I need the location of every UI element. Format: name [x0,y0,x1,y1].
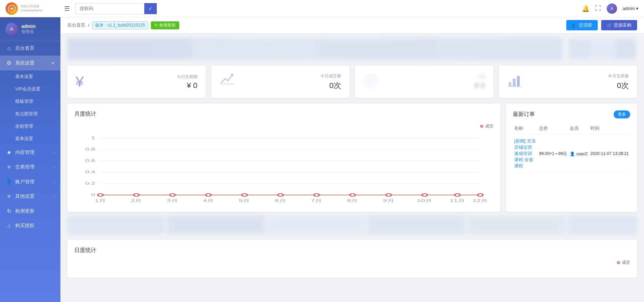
sidebar-item-update[interactable]: ↻ 检测更新 [0,204,60,218]
settings-icon: ⚙ [6,60,12,66]
fullscreen-icon[interactable]: ⛶ [595,5,601,12]
sidebar-item-vip[interactable]: VIP会员设置 [0,83,60,95]
exchange-group-button[interactable]: 👥 交流群 [566,20,598,30]
account-icon: 👤 [6,178,12,185]
menu-toggle-button[interactable]: ☰ [64,5,70,12]
sidebar-item-banner[interactable]: 焦点图管理 [0,108,60,120]
chevron-right-icon-3: › [54,180,55,184]
svg-point-24 [242,194,247,196]
month-count-label: 本月交易量 [529,73,629,79]
breadcrumb-home[interactable]: 后台首页 [67,22,85,28]
sidebar-item-account[interactable]: 👤 账户管理 › [0,174,60,189]
svg-text:①: ① [368,78,373,84]
chevron-right-icon-4: › [54,194,55,198]
svg-text:12月: 12月 [473,198,488,203]
sidebar-item-content[interactable]: ★ 内容管理 › [0,145,60,160]
svg-text:0.2: 0.2 [85,181,95,186]
sidebar-update-label: 检测更新 [15,208,35,214]
svg-rect-4 [509,82,511,86]
sidebar-item-home[interactable]: ⌂ 后台首页 [0,41,60,56]
version-badge: 版本：v1.1_build20210125 [92,21,148,29]
sidebar-avatar: A [6,23,18,35]
sidebar-item-system[interactable]: ⚙ 系统设置 ▼ [0,56,60,70]
more-orders-button[interactable]: 更多 [614,110,630,118]
col-time: 时间 [589,123,630,135]
search-area: ✓ [75,3,157,14]
svg-rect-1 [220,84,234,84]
svg-text:9月: 9月 [383,198,394,203]
daily-legend: 成交 [617,260,630,265]
today-count-value: 0次 [242,80,342,91]
order-name-link[interactable]: [新闻] 京东店铺运营速成培训课程-全套课程 [514,138,536,168]
svg-point-30 [455,194,460,196]
yen-icon: ¥ [76,74,84,90]
main-content: 后台首页 / 版本：v1.1_build20210125 ↻ 检测更新 👥 交流… [60,17,644,302]
notification-bell-icon[interactable]: 🔔 [582,5,589,12]
stat-card-today-count: 今日成交量 0次 [211,66,350,98]
logo-icon [6,2,18,15]
sidebar-item-trade[interactable]: ≡ 交易管理 › [0,160,60,174]
col-name: 名称 [513,123,538,135]
admin-label[interactable]: admin ▾ [623,6,638,11]
svg-point-20 [98,194,103,196]
user-avatar: A [607,3,617,14]
svg-text:10月: 10月 [417,198,432,203]
sidebar-buy-label: 购买授权 [15,223,35,229]
svg-point-23 [206,194,211,196]
svg-text:1: 1 [91,136,95,140]
sidebar-item-links[interactable]: 友链管理 [0,120,60,133]
svg-text:1月: 1月 [95,198,106,203]
charts-row: 月度统计 成交 [60,98,644,212]
svg-rect-5 [513,79,516,86]
monthly-chart-title: 月度统计 [74,110,493,118]
monthly-chart-svg: 1 0.8 0.6 0.4 0.2 0 [74,135,493,205]
svg-text:7月: 7月 [311,198,322,203]
cart-icon: 🛒 [607,23,612,28]
svg-point-31 [478,194,483,196]
orders-title: 最新订单 [513,111,535,118]
group-icon: 👥 [572,23,577,28]
monthly-legend: 成交 [480,123,493,129]
sidebar-system-label: 系统设置 [15,60,35,66]
sidebar-username: admin [21,23,36,29]
search-confirm-button[interactable]: ✓ [144,3,157,14]
sidebar-item-menu[interactable]: 菜单设置 [0,133,60,145]
sidebar-item-template[interactable]: 模板管理 [0,95,60,108]
chevron-right-icon-2: › [54,165,55,169]
logo-text: 你的公司名称 CompanyName [21,4,42,12]
order-member: user2 [576,151,588,156]
logo-area: 你的公司名称 CompanyName [6,2,64,15]
orders-header: 最新订单 更多 [513,110,630,118]
sidebar-item-other[interactable]: ≡ 其他设置 › [0,189,60,204]
orders-table-header: 名称 总价 会员 时间 [513,123,630,135]
buy-icon: ⌂ [6,223,12,229]
svg-text:0.6: 0.6 [85,158,95,163]
other-icon: ≡ [6,193,12,199]
order-time: 2020-11-07 13:28:21 [589,135,630,173]
sidebar-role: 管理员 [21,29,36,35]
order-price: 99.00×1＝99元 [538,135,568,173]
sidebar-trade-label: 交易管理 [15,164,35,170]
trade-icon: ≡ [6,164,12,170]
sidebar-item-basic[interactable]: 基本设置 [0,70,60,83]
orders-table: 名称 总价 会员 时间 [新闻] 京东店铺运营速成培训课程-全套课程 99.00… [513,123,630,173]
check-update-button[interactable]: ↻ 检测更新 [151,21,179,29]
user-icon: 👤 [570,152,575,156]
stat-card-today-amount: ¥ 今日交易额 ¥ 0 [67,66,206,98]
daily-legend-dot-icon [617,261,620,264]
svg-text:5月: 5月 [239,198,250,203]
svg-text:11月: 11月 [450,198,465,203]
purchase-button[interactable]: 🛒 货源采购 [601,20,637,30]
sidebar-item-buy[interactable]: ⌂ 购买授权 [0,218,60,233]
user-profile: A admin 管理员 [0,17,60,41]
svg-text:2月: 2月 [131,198,142,203]
svg-text:4月: 4月 [203,198,214,203]
search-input[interactable] [75,3,144,14]
refresh-icon: ↻ [6,208,12,214]
sidebar-content-label: 内容管理 [15,149,35,156]
svg-rect-6 [517,76,520,86]
today-amount-label: 今日交易额 [90,74,197,80]
svg-point-26 [314,194,319,196]
refresh-small-icon: ↻ [154,23,158,28]
sidebar-other-label: 其他设置 [15,193,35,199]
